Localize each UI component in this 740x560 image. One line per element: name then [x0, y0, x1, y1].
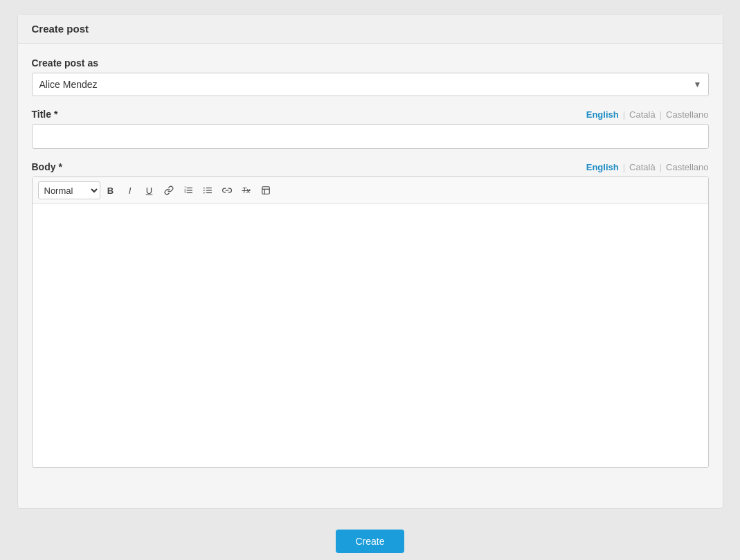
format-select[interactable]: Normal Heading 1 Heading 2 Heading 3	[38, 181, 100, 199]
embed-button[interactable]	[257, 181, 275, 199]
footer-actions: Create	[336, 530, 404, 553]
svg-rect-1	[186, 190, 192, 190]
card-body: Create post as Alice Mendez Other User ▼…	[18, 44, 723, 494]
ordered-list-button[interactable]: 1 2 3	[179, 181, 197, 199]
body-lang-castellano[interactable]: Castellano	[666, 162, 708, 172]
body-lang-sep1: |	[623, 162, 625, 172]
title-lang-sep2: |	[660, 109, 662, 120]
author-select[interactable]: Alice Mendez Other User	[32, 73, 709, 96]
italic-button[interactable]: I	[121, 181, 139, 199]
create-post-as-label: Create post as	[32, 57, 98, 69]
svg-point-11	[203, 192, 204, 194]
card-header: Create post	[18, 15, 723, 44]
body-required-mark: *	[58, 161, 62, 172]
unordered-list-button[interactable]	[199, 181, 217, 199]
page-wrapper: Create post Create post as Alice Mendez …	[0, 0, 740, 560]
title-lang-english[interactable]: English	[586, 109, 619, 120]
body-lang-tabs: English | Català | Castellano	[586, 162, 709, 172]
svg-text:3: 3	[184, 190, 186, 194]
svg-rect-8	[206, 192, 211, 193]
title-required-mark: *	[54, 109, 57, 120]
svg-rect-13	[262, 187, 269, 195]
clear-format-button[interactable]: Tx	[237, 181, 255, 199]
editor-toolbar: Normal Heading 1 Heading 2 Heading 3 B I…	[33, 177, 708, 204]
body-editor[interactable]	[33, 204, 708, 467]
title-label: Title *	[32, 109, 58, 120]
create-button[interactable]: Create	[336, 530, 404, 553]
title-lang-catala[interactable]: Català	[629, 109, 656, 120]
svg-rect-7	[206, 190, 211, 190]
svg-rect-0	[186, 188, 192, 188]
title-lang-castellano[interactable]: Castellano	[666, 109, 708, 120]
svg-rect-6	[206, 188, 211, 188]
insert-link-button[interactable]	[218, 181, 236, 199]
body-lang-english[interactable]: English	[586, 162, 619, 172]
title-lang-sep1: |	[623, 109, 625, 120]
author-select-wrapper: Alice Mendez Other User ▼	[32, 73, 709, 96]
body-label: Body *	[32, 161, 62, 172]
create-post-card: Create post Create post as Alice Mendez …	[17, 14, 723, 509]
body-lang-sep2: |	[660, 162, 662, 172]
bold-button[interactable]: B	[102, 181, 120, 199]
svg-rect-2	[186, 192, 192, 193]
title-lang-tabs: English | Català | Castellano	[586, 109, 709, 120]
title-input[interactable]	[32, 124, 709, 149]
create-post-as-group: Create post as Alice Mendez Other User ▼	[32, 57, 709, 96]
body-label-row: Body * English | Català | Castellano	[32, 161, 709, 172]
card-title: Create post	[32, 23, 89, 35]
body-lang-catala[interactable]: Català	[629, 162, 656, 172]
body-group: Body * English | Català | Castellano N	[32, 161, 709, 468]
title-label-row: Title * English | Català | Castellano	[32, 109, 709, 120]
body-editor-container: Normal Heading 1 Heading 2 Heading 3 B I…	[32, 177, 709, 468]
svg-point-9	[203, 188, 204, 189]
link-button[interactable]	[160, 181, 178, 199]
title-group: Title * English | Català | Castellano	[32, 109, 709, 149]
underline-button[interactable]: U	[141, 181, 159, 199]
create-post-as-label-row: Create post as	[32, 57, 709, 69]
svg-point-10	[203, 190, 204, 191]
